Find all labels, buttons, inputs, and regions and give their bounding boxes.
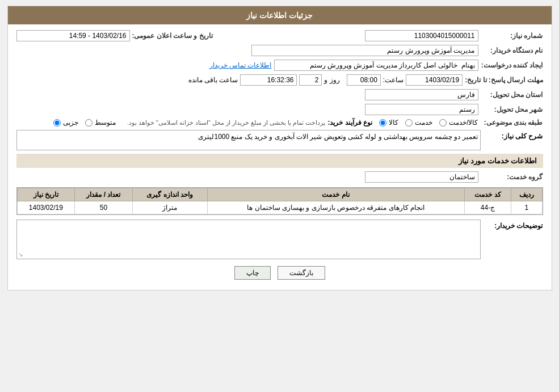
- remaining-days-label: روز و: [324, 76, 339, 84]
- row-need-number: شماره نیاز: تاریخ و ساعت اعلان عمومی:: [16, 30, 543, 41]
- radio-jozvi-item: جزیی: [53, 119, 78, 127]
- need-desc-label: شرح کلی نیاز:: [481, 130, 543, 140]
- radio-kala[interactable]: [379, 119, 386, 127]
- radio-jozvi[interactable]: [53, 119, 61, 127]
- radio-kala-label: کالا: [389, 119, 398, 127]
- service-group-input[interactable]: [365, 171, 478, 183]
- buyer-org-input[interactable]: [251, 45, 478, 56]
- radio-khedmat-item: خدمت: [405, 119, 432, 127]
- col-date: تاریخ نیاز: [17, 188, 75, 201]
- category-label: طبقه بندی موضوعی:: [481, 119, 543, 127]
- radio-kala-khedmat-label: کالا/خدمت: [449, 119, 478, 127]
- col-service-name: نام خدمت: [207, 188, 464, 201]
- remaining-time-input[interactable]: [240, 74, 297, 86]
- need-desc-content: تعمیر دو چشمه سرویس بهداشتی و لوله کشی و…: [16, 130, 481, 150]
- buyer-desc-label: توضیحات خریدار:: [481, 220, 543, 230]
- radio-kala-khedmat-item: کالا/خدمت: [439, 119, 478, 127]
- row-need-desc: شرح کلی نیاز: تعمیر دو چشمه سرویس بهداشت…: [16, 130, 543, 150]
- cell-date: 1403/02/19: [17, 201, 75, 214]
- resize-icon: ↘: [18, 251, 23, 258]
- row-city: شهر محل تحویل:: [16, 104, 543, 115]
- need-number-input[interactable]: [365, 30, 478, 41]
- row-service-group: گروه خدمت:: [16, 171, 543, 183]
- province-label: استان محل تحویل:: [481, 91, 543, 99]
- button-row: بازگشت چاپ: [16, 266, 543, 280]
- city-input[interactable]: [365, 104, 478, 115]
- radio-kala-item: کالا: [379, 119, 398, 127]
- col-service-code: کد خدمت: [464, 188, 511, 201]
- page-header: جزئیات اطلاعات نیاز: [8, 6, 552, 24]
- print-button[interactable]: چاپ: [234, 266, 271, 280]
- cell-unit: متراژ: [132, 201, 207, 214]
- col-row-num: ردیف: [511, 188, 542, 201]
- cell-row-num: 1: [511, 201, 542, 214]
- contact-info-link[interactable]: اطلاعات تماس خریدار: [209, 61, 272, 69]
- need-desc-text: تعمیر دو چشمه سرویس بهداشتی و لوله کشی و…: [198, 133, 477, 141]
- send-date-input[interactable]: [406, 74, 463, 86]
- row-buyer-org: نام دستگاه خریدار:: [16, 45, 543, 56]
- services-table: ردیف کد خدمت نام خدمت واحد اندازه گیری ت…: [17, 188, 543, 214]
- process-radio-group: پرداخت تمام یا بخشی از مبلغ خریدار از مح…: [53, 119, 326, 127]
- buyer-desc-content: ↘: [16, 220, 481, 259]
- table-header-row: ردیف کد خدمت نام خدمت واحد اندازه گیری ت…: [17, 188, 542, 201]
- page-title: جزئیات اطلاعات نیاز: [246, 11, 313, 20]
- cell-service-name: انجام کارهای متفرقه درخصوص بازسازی و بهس…: [207, 201, 464, 214]
- radio-kala-khedmat[interactable]: [439, 119, 447, 127]
- remaining-days-input[interactable]: [299, 74, 322, 86]
- back-button[interactable]: بازگشت: [278, 266, 325, 280]
- process-note: پرداخت تمام یا بخشی از مبلغ خریدار از مح…: [127, 119, 326, 127]
- city-label: شهر محل تحویل:: [481, 106, 543, 113]
- table-row: 1 ج-44 انجام کارهای متفرقه درخصوص بازساز…: [17, 201, 542, 214]
- send-deadline-label: مهلت ارسال پاسخ: تا تاریخ:: [465, 76, 543, 84]
- send-time-input[interactable]: [347, 74, 381, 86]
- row-province: استان محل تحویل:: [16, 89, 543, 100]
- send-time-label: ساعت:: [383, 76, 404, 84]
- page-container: جزئیات اطلاعات نیاز شماره نیاز: تاریخ و …: [7, 6, 552, 290]
- creator-label: ایجاد کننده درخواست:: [481, 61, 543, 69]
- radio-khedmat-label: خدمت: [415, 119, 432, 127]
- province-input[interactable]: [365, 89, 478, 100]
- row-buyer-desc: توضیحات خریدار: ↘: [16, 220, 543, 259]
- creator-input[interactable]: [274, 60, 478, 71]
- services-section-title: اطلاعات خدمات مورد نیاز: [16, 154, 543, 168]
- radio-motevaset-item: متوسط: [85, 119, 116, 127]
- radio-jozvi-label: جزیی: [63, 119, 78, 127]
- remaining-time-label: ساعت باقی مانده: [188, 76, 238, 84]
- radio-motevaset[interactable]: [85, 119, 93, 127]
- cell-service-code: ج-44: [464, 201, 511, 214]
- cell-quantity: 50: [75, 201, 133, 214]
- content-area: شماره نیاز: تاریخ و ساعت اعلان عمومی: نا…: [8, 24, 552, 290]
- radio-motevaset-label: متوسط: [95, 119, 116, 127]
- process-label: نوع فرآیند خرید:: [327, 119, 372, 127]
- row-category: طبقه بندی موضوعی: کالا/خدمت خدمت کالا نو…: [16, 119, 543, 127]
- radio-khedmat[interactable]: [405, 119, 413, 127]
- announcement-date-label: تاریخ و ساعت اعلان عمومی:: [132, 32, 213, 40]
- announcement-date-input[interactable]: [16, 30, 130, 41]
- services-table-container: ردیف کد خدمت نام خدمت واحد اندازه گیری ت…: [16, 187, 543, 215]
- buyer-org-label: نام دستگاه خریدار:: [481, 47, 543, 54]
- service-group-label: گروه خدمت:: [481, 173, 543, 181]
- col-quantity: تعداد / مقدار: [75, 188, 133, 201]
- need-number-label: شماره نیاز:: [481, 32, 543, 40]
- col-unit: واحد اندازه گیری: [132, 188, 207, 201]
- row-send-deadline: مهلت ارسال پاسخ: تا تاریخ: ساعت: روز و س…: [16, 74, 543, 86]
- category-radio-group: کالا/خدمت خدمت کالا: [379, 119, 478, 127]
- row-creator: ایجاد کننده درخواست: اطلاعات تماس خریدار: [16, 60, 543, 71]
